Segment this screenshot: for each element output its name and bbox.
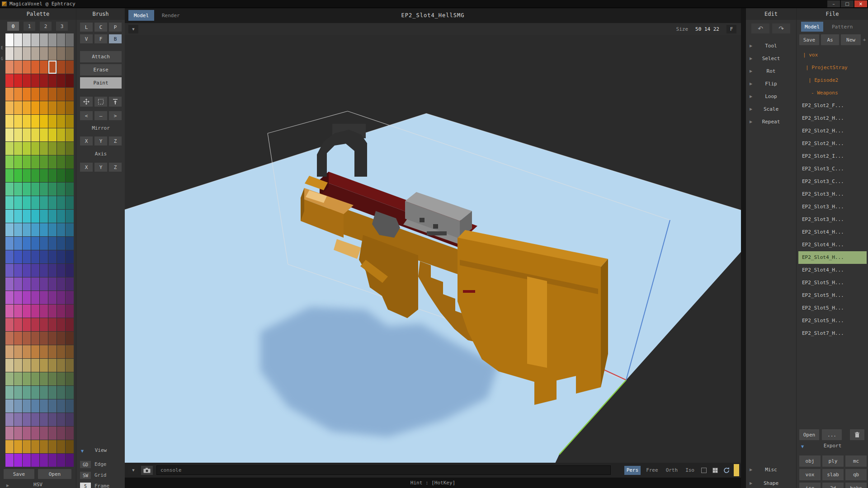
- palette-swatch[interactable]: [40, 210, 48, 223]
- file-item[interactable]: EP2_Slot4_H...: [798, 239, 867, 251]
- palette-swatch[interactable]: [66, 237, 74, 250]
- file-tree-episode2[interactable]: | Episode2: [798, 74, 867, 87]
- edit-item-misc[interactable]: ▶Misc: [746, 464, 796, 476]
- palette-swatch[interactable]: [31, 155, 39, 169]
- palette-swatch[interactable]: [5, 155, 14, 169]
- palette-swatch[interactable]: [31, 74, 39, 87]
- maximize-button[interactable]: □: [841, 0, 854, 7]
- palette-swatch[interactable]: [48, 413, 57, 426]
- palette-swatch[interactable]: [14, 305, 22, 318]
- palette-swatch[interactable]: [14, 88, 22, 101]
- palette-swatch[interactable]: [23, 264, 31, 277]
- palette-swatch[interactable]: [57, 332, 65, 345]
- palette-swatch[interactable]: [48, 264, 57, 277]
- palette-swatch[interactable]: [5, 386, 14, 399]
- palette-swatch[interactable]: [57, 413, 65, 426]
- file-item[interactable]: EP2_Slot2_I...: [798, 150, 867, 163]
- palette-swatch[interactable]: [5, 74, 14, 87]
- edit-item-shape[interactable]: ▶Shape: [746, 477, 796, 488]
- palette-swatch[interactable]: [14, 155, 22, 169]
- palette-swatch[interactable]: [5, 88, 14, 101]
- palette-swatch[interactable]: [66, 155, 74, 169]
- single-view-icon[interactable]: [700, 466, 708, 474]
- palette-swatch[interactable]: [5, 372, 14, 385]
- file-tab-pattern[interactable]: Pattern: [828, 22, 856, 32]
- palette-swatch[interactable]: [23, 128, 31, 141]
- palette-swatch[interactable]: [14, 115, 22, 128]
- palette-swatch[interactable]: [40, 237, 48, 250]
- palette-swatch[interactable]: [57, 47, 65, 60]
- palette-swatch[interactable]: [23, 413, 31, 426]
- palette-swatch[interactable]: [48, 291, 57, 304]
- palette-open-button[interactable]: Open: [38, 469, 71, 479]
- palette-swatch[interactable]: [23, 101, 31, 114]
- palette-swatch[interactable]: [5, 291, 14, 304]
- palette-swatch[interactable]: [31, 101, 39, 114]
- palette-swatch[interactable]: [5, 223, 14, 236]
- file-more-button[interactable]: ...: [822, 429, 842, 440]
- brush-mode-v[interactable]: V: [80, 34, 93, 43]
- palette-swatch[interactable]: [5, 413, 14, 426]
- palette-swatch[interactable]: [31, 61, 39, 74]
- palette-swatch[interactable]: [23, 291, 31, 304]
- axis-y-button[interactable]: Y: [94, 163, 107, 172]
- palette-swatch[interactable]: [23, 399, 31, 413]
- palette-swatch[interactable]: [57, 101, 65, 114]
- edit-item-select[interactable]: ▶Select: [746, 52, 796, 65]
- palette-swatch[interactable]: [23, 223, 31, 236]
- palette-swatch[interactable]: [23, 318, 31, 331]
- edit-item-tool[interactable]: ▶Tool: [746, 40, 796, 52]
- palette-swatch[interactable]: [40, 128, 48, 141]
- palette-swatch[interactable]: [14, 250, 22, 263]
- palette-swatch[interactable]: [57, 74, 65, 87]
- palette-swatch[interactable]: [23, 440, 31, 453]
- palette-swatch[interactable]: [57, 427, 65, 440]
- file-item[interactable]: EP2_Slot5_H...: [798, 289, 867, 302]
- palette-swatch[interactable]: [14, 210, 22, 223]
- palette-swatch[interactable]: [48, 427, 57, 440]
- palette-swatch[interactable]: [57, 88, 65, 101]
- palette-swatch[interactable]: [48, 440, 57, 453]
- edit-item-scale[interactable]: ▶Scale: [746, 103, 796, 116]
- palette-swatch[interactable]: [23, 169, 31, 182]
- palette-swatch[interactable]: [5, 250, 14, 263]
- palette-swatch[interactable]: [40, 183, 48, 196]
- palette-swatch[interactable]: [57, 264, 65, 277]
- file-item[interactable]: EP2_Slot3_C...: [798, 175, 867, 188]
- palette-swatch[interactable]: [14, 359, 22, 372]
- palette-swatch[interactable]: [66, 454, 74, 467]
- palette-swatch[interactable]: [14, 440, 22, 453]
- palette-tab-2[interactable]: 2: [40, 22, 52, 31]
- palette-swatch[interactable]: [48, 210, 57, 223]
- undo-icon[interactable]: ↶: [751, 23, 769, 33]
- palette-swatch[interactable]: [40, 196, 48, 209]
- file-item[interactable]: EP2_Slot4_H...: [798, 264, 867, 277]
- palette-swatch[interactable]: [14, 318, 22, 331]
- palette-swatch[interactable]: [40, 155, 48, 169]
- axis-x-button[interactable]: X: [80, 163, 93, 172]
- palette-swatch[interactable]: [5, 318, 14, 331]
- palette-swatch[interactable]: [48, 183, 57, 196]
- palette-swatch[interactable]: [31, 345, 39, 358]
- palette-swatch[interactable]: [5, 101, 14, 114]
- palette-swatch[interactable]: [66, 128, 74, 141]
- edit-item-flip[interactable]: ▶Flip: [746, 78, 796, 90]
- palette-swatch[interactable]: [31, 264, 39, 277]
- palette-swatch[interactable]: [14, 332, 22, 345]
- palette-swatch[interactable]: [23, 155, 31, 169]
- palette-swatch[interactable]: [57, 386, 65, 399]
- palette-swatch[interactable]: [66, 305, 74, 318]
- palette-swatch[interactable]: [66, 318, 74, 331]
- palette-swatch[interactable]: [66, 196, 74, 209]
- palette-swatch[interactable]: [57, 359, 65, 372]
- palette-swatch[interactable]: [66, 115, 74, 128]
- file-item-selected[interactable]: EP2_Slot4_H...: [798, 251, 867, 264]
- palette-swatch[interactable]: [66, 47, 74, 60]
- palette-swatch[interactable]: [5, 128, 14, 141]
- palette-swatch[interactable]: [48, 142, 57, 155]
- palette-swatch[interactable]: [66, 183, 74, 196]
- camera-mode-orth[interactable]: Orth: [664, 466, 680, 475]
- view-key-frame[interactable]: 5: [80, 483, 91, 488]
- palette-swatch[interactable]: [48, 196, 57, 209]
- palette-swatch[interactable]: [14, 47, 22, 60]
